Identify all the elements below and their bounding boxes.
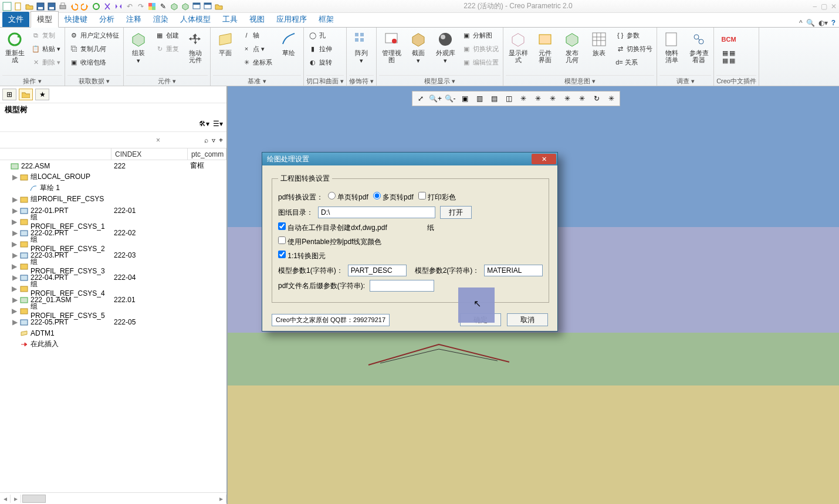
ribbon-collapse-icon[interactable]: ^ (799, 19, 803, 27)
pattern-button[interactable]: 阵列▾ (349, 29, 374, 64)
section-button[interactable]: 截面▾ (406, 29, 431, 64)
switchsym-button[interactable]: ⇄切换符号 (614, 42, 654, 55)
manageviews-button[interactable]: 管理视图 (379, 29, 404, 63)
disp-style-icon[interactable]: ◫ (502, 92, 516, 105)
dispstyle-button[interactable]: 显示样 式 (506, 29, 530, 63)
appearance-button[interactable]: 外观库▾ (433, 29, 458, 64)
extrude-button[interactable]: ▮拉伸 (306, 42, 334, 55)
tree-row[interactable]: ▶组LOCAL_GROUP (0, 171, 226, 182)
tree-row[interactable]: ▶组PROFIL_REF_CSYS_2 (0, 238, 226, 249)
save2-icon[interactable] (47, 2, 56, 11)
tree-list[interactable]: 222.ASM222窗框▶组LOCAL_GROUP草绘 1▶组PROFIL_RE… (0, 160, 226, 492)
bom-button[interactable]: 物料 清单 (659, 29, 684, 63)
hole-button[interactable]: ◯孔 (306, 29, 334, 42)
tab-analysis[interactable]: 分析 (93, 12, 120, 27)
repaint-icon[interactable]: ▥ (472, 92, 486, 105)
tree-row[interactable]: ADTM1 (0, 327, 226, 339)
tree-row[interactable]: ▶组PROFIL_REF_CSYS_5 (0, 305, 226, 316)
maximize-icon[interactable]: ▢ (821, 2, 827, 11)
minimize-icon[interactable]: ‒ (813, 2, 817, 11)
tree-row[interactable]: ▶组PROFIL_REF_CSYS (0, 194, 226, 205)
suffix-input[interactable] (370, 280, 434, 292)
tree-tab-2[interactable] (19, 89, 33, 100)
axis-button[interactable]: /轴 (240, 29, 274, 42)
tab-apps[interactable]: 应用程序 (270, 12, 313, 27)
tree-row[interactable]: ▶组PROFIL_REF_CSYS_1 (0, 216, 226, 227)
tree-row[interactable]: ▶组PROFIL_REF_CSYS_3 (0, 261, 226, 272)
radio-multi-pdf[interactable]: 多页转pdf (373, 192, 414, 202)
cancel-button[interactable]: 取消 (507, 313, 548, 326)
point-button[interactable]: ×点 ▾ (240, 42, 274, 55)
light-icon[interactable]: ✳ (604, 92, 618, 105)
paste-button[interactable]: 📋粘贴 ▾ (29, 42, 62, 55)
wand-icon[interactable]: ✎ (158, 2, 168, 11)
graphics-area[interactable]: ⤢ 🔍+ 🔍- ▣ ▥ ▤ ◫ ✳ ✳ ✳ ✳ ✳ ↻ ✳ 绘图处理设置 ✕ (228, 86, 839, 504)
open-icon[interactable] (25, 2, 34, 11)
drag-button[interactable]: 拖动 元件 (183, 29, 208, 63)
param1-input[interactable] (348, 265, 407, 276)
tree-settings-icon[interactable]: 🛠▾ (199, 120, 209, 128)
tree-tab-3[interactable]: ★ (35, 89, 49, 100)
dialog-close-button[interactable]: ✕ (532, 154, 556, 164)
tab-shortcut[interactable]: 快捷键 (59, 12, 93, 27)
window-icon[interactable] (192, 2, 201, 11)
regen-icon[interactable] (92, 2, 101, 11)
regenerate-button[interactable]: 重新生成 (2, 29, 27, 63)
tree-row[interactable]: ▶222-05.PRT222-05 (0, 316, 226, 327)
close-icon[interactable]: ✕ (831, 2, 837, 11)
tree-row[interactable]: ▶组PROFIL_REF_CSYS_4 (0, 283, 226, 294)
folder-new-icon[interactable] (214, 2, 224, 11)
check-print-color[interactable]: 打印彩色 (418, 192, 456, 202)
tab-model[interactable]: 模型 (31, 11, 59, 28)
assemble-button[interactable]: 组装▾ (126, 29, 151, 64)
plane-button[interactable]: 平面 (213, 29, 238, 56)
undo-icon[interactable] (69, 2, 79, 11)
tab-tools[interactable]: 工具 (216, 12, 243, 27)
compif-button[interactable]: 元件 界面 (533, 29, 557, 63)
tab-frame[interactable]: 框架 (313, 12, 340, 27)
check-1to1[interactable]: 1:1转换图元 (278, 251, 326, 261)
check-pentable[interactable]: 使用Pentable控制pdf线宽颜色 (278, 236, 381, 247)
cube1-icon[interactable] (170, 2, 179, 11)
refit-icon[interactable]: ▣ (458, 92, 472, 105)
tree-add-icon[interactable]: + (219, 136, 223, 144)
tree-filter-icon[interactable]: ▿ (212, 136, 215, 144)
dialog-titlebar[interactable]: 绘图处理设置 ✕ (262, 153, 557, 165)
create-button[interactable]: ▦创建 (153, 29, 181, 42)
tab-render[interactable]: 渲染 (147, 12, 174, 27)
save-icon[interactable] (36, 2, 45, 11)
datum-plane-icon[interactable]: ✳ (516, 92, 530, 105)
udf-button[interactable]: ⚙用户定义特征 (67, 29, 121, 42)
datum-axis-icon[interactable]: ✳ (531, 92, 545, 105)
param-button[interactable]: { }参数 (614, 29, 654, 42)
sketch-button[interactable]: 草绘 (276, 29, 301, 56)
print-icon[interactable] (58, 2, 67, 11)
window-close-icon[interactable] (203, 2, 212, 11)
bcm-button[interactable]: BCM▦▦▦▦ (716, 29, 741, 64)
color-icon[interactable] (147, 2, 157, 11)
redo-icon[interactable] (80, 2, 90, 11)
tree-tab-1[interactable]: ⊞ (2, 89, 16, 100)
cube2-icon[interactable] (181, 2, 190, 11)
pubgeom-button[interactable]: 发布 几何 (560, 29, 584, 63)
param2-input[interactable] (484, 265, 543, 276)
family-button[interactable]: 族表 (587, 29, 611, 56)
check-auto-create[interactable]: 自动在工作目录创建dxf,dwg,pdf (278, 222, 387, 233)
tree-scrollbar[interactable]: ◂▸ ▸ (0, 492, 226, 504)
relation-button[interactable]: d=关系 (614, 56, 654, 69)
tree-show-icon[interactable]: ☰▾ (213, 120, 223, 128)
new-icon[interactable] (13, 2, 23, 11)
zoom-fit-icon[interactable]: ⤢ (414, 92, 428, 105)
tree-row[interactable]: 222.ASM222窗框 (0, 160, 226, 171)
tree-close-icon[interactable]: × (156, 136, 160, 144)
mirror-icon[interactable] (114, 2, 123, 11)
tree-find-icon[interactable]: ⌕ (204, 136, 208, 144)
search-icon[interactable]: 🔍 (806, 19, 815, 27)
shrinkwrap-button[interactable]: ▣收缩包络 (67, 56, 121, 69)
revolve-button[interactable]: ◐旋转 (306, 56, 334, 69)
open-dir-button[interactable]: 打开 (440, 206, 472, 219)
tab-file[interactable]: 文件 (2, 12, 29, 27)
help-icon[interactable]: ? (831, 19, 835, 27)
account-icon[interactable]: ◐▾ (818, 19, 828, 27)
tree-row[interactable]: 在此插入 (0, 339, 226, 350)
